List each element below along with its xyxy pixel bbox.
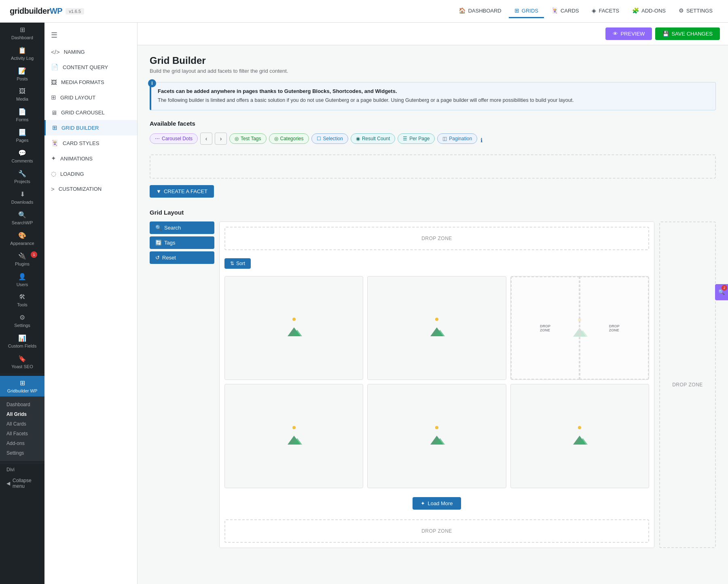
save-changes-button[interactable]: 💾 SAVE CHANGES (655, 27, 720, 40)
naming-icon: </> (51, 48, 60, 55)
nav-item-facets[interactable]: ◈ FACETS (586, 4, 625, 18)
facets-prev-btn[interactable]: ‹ (200, 133, 212, 145)
grid-dropzone-top[interactable]: DROP ZONE (224, 227, 649, 250)
nav-item-addons[interactable]: 🧩 ADD-ONS (626, 4, 671, 18)
facet-chip-categories[interactable]: ◎ Categories (269, 133, 309, 144)
load-more-icon: ✦ (421, 500, 425, 506)
card-left-dropzone[interactable]: DROPZONE (511, 276, 580, 380)
nav-item-cards[interactable]: 🃏 CARDS (546, 4, 585, 18)
facet-chip-result-count[interactable]: ◉ Result Count (351, 133, 395, 144)
sidebar-item-settings[interactable]: ⚙ Settings (0, 310, 44, 331)
searchwp-icon: 🔍 (18, 211, 26, 219)
sidebar-item-dashboard[interactable]: ⊞ Dashboard (0, 23, 44, 43)
info-icon: i (148, 79, 156, 87)
grid-dropzone-bottom[interactable]: DROP ZONE (224, 519, 649, 543)
card-right-dropzone[interactable]: DROPZONE (580, 276, 649, 380)
sidebar-item-downloads[interactable]: ⬇ Downloads (0, 187, 44, 208)
reset-btn-icon: ↺ (155, 255, 160, 261)
lp-grid-layout[interactable]: ⊞ GRID LAYOUT (44, 90, 137, 105)
facets-info-btn[interactable]: ℹ (480, 137, 483, 143)
custom-fields-icon: 📊 (18, 334, 26, 342)
sidebar-item-users[interactable]: 👤 Users (0, 270, 44, 290)
grid-sidebar-search-btn[interactable]: 🔍 Search (150, 221, 214, 234)
sidebar-sub-gb-dashboard[interactable]: Dashboard (0, 400, 44, 409)
sidebar-item-activity-log[interactable]: 📋 Activity Log (0, 43, 44, 64)
panel-toggle-btn[interactable]: ☰ (49, 29, 59, 41)
available-facets-label: Available facets (150, 120, 716, 127)
sidebar-item-tools[interactable]: 🛠 Tools (0, 290, 44, 310)
sidebar-item-searchwp[interactable]: 🔍 SearchWP (0, 208, 44, 228)
sidebar-item-forms[interactable]: 📄 Forms (0, 105, 44, 125)
sidebar-item-custom-fields[interactable]: 📊 Custom Fields (0, 331, 44, 352)
sidebar-sub-all-grids[interactable]: All Grids (0, 409, 44, 419)
sidebar-sub-menu: Dashboard All Grids All Cards All Facets… (0, 396, 44, 461)
plugins-icon: 🔌 (18, 252, 26, 260)
nav-item-settings[interactable]: ⚙ SETTINGS (673, 4, 718, 18)
collapse-menu-btn[interactable]: ◀ Collapse menu (0, 474, 44, 492)
dashboard-icon: ⊞ (20, 26, 25, 34)
save-icon: 💾 (662, 31, 669, 37)
facets-next-btn[interactable]: › (215, 133, 227, 145)
sidebar-item-gridbuilder[interactable]: ⊞ Gridbuilder WP (0, 376, 44, 396)
facets-dropzone[interactable] (150, 154, 716, 179)
plugin-logo: gridbuilderWP v1.6.5 (10, 6, 84, 16)
sidebar-item-appearance[interactable]: 🎨 Appearance (0, 228, 44, 249)
grid-card-6 (510, 384, 649, 488)
facet-chip-carousel-dots[interactable]: ⋯ Carousel Dots (150, 133, 198, 144)
sidebar-sub-gb-settings[interactable]: Settings (0, 448, 44, 458)
lp-grid-builder[interactable]: ⊞ GRID BUILDER (44, 120, 137, 135)
create-facet-button[interactable]: ▼ CREATE A FACET (150, 185, 214, 198)
sidebar-item-pages[interactable]: 📃 Pages (0, 125, 44, 146)
grid-card-5 (367, 384, 506, 488)
grid-center: DROP ZONE ⇅ Sort (219, 221, 654, 548)
comments-icon: 💬 (18, 149, 26, 157)
sort-button[interactable]: ⇅ Sort (224, 258, 251, 269)
facet-chip-pagination[interactable]: ◫ Pagination (437, 133, 477, 144)
lp-loading[interactable]: ◌ LOADING (44, 166, 137, 181)
nav-item-grids[interactable]: ⊞ GRIDS (509, 4, 544, 18)
lp-grid-carousel[interactable]: 🖥 GRID CAROUSEL (44, 105, 137, 120)
preview-icon: 👁 (613, 31, 618, 37)
grid-sidebar-reset-btn[interactable]: ↺ Reset (150, 251, 214, 264)
lp-naming[interactable]: </> NAMING (44, 44, 137, 59)
lp-content-query[interactable]: 📄 CONTENT QUERY (44, 59, 137, 75)
card-image-2 (427, 318, 447, 338)
lp-media-formats[interactable]: 🖼 MEDIA FORMATS (44, 75, 137, 90)
dashboard-nav-icon: 🏠 (459, 7, 466, 14)
sort-icon: ⇅ (230, 261, 234, 266)
sidebar-item-projects[interactable]: 🔧 Projects (0, 167, 44, 187)
media-icon: 🖼 (19, 88, 25, 95)
lp-animations[interactable]: ✦ ANIMATIONS (44, 151, 137, 166)
nav-item-dashboard[interactable]: 🏠 DASHBOARD (453, 4, 507, 18)
sidebar-sub-all-cards[interactable]: All Cards (0, 419, 44, 429)
card-image-5 (427, 426, 447, 446)
grid-card-3: DROPZONE DROPZONE (510, 276, 649, 380)
settings-icon: ⚙ (19, 314, 25, 321)
load-more-button[interactable]: ✦ Load More (413, 497, 461, 510)
sidebar-sub-addons[interactable]: Add-ons (0, 439, 44, 448)
right-float-badge: 2 (722, 285, 727, 291)
grid-builder-icon: ⊞ (52, 124, 57, 131)
right-float-search-btn[interactable]: 🔍 2 (715, 284, 728, 300)
grid-dropzone-right[interactable]: DROP ZONE (659, 221, 716, 548)
facet-chip-test-tags[interactable]: ◎ Test Tags (229, 133, 266, 144)
preview-button[interactable]: 👁 PREVIEW (605, 27, 652, 40)
sidebar-item-media[interactable]: 🖼 Media (0, 84, 44, 105)
posts-icon: 📝 (18, 67, 26, 75)
sidebar-sub-all-facets[interactable]: All Facets (0, 429, 44, 439)
info-box: i Facets can be added anywhere in pages … (150, 82, 716, 110)
facet-chip-per-page[interactable]: ☰ Per Page (398, 133, 435, 144)
lp-customization[interactable]: > CUSTOMIZATION (44, 181, 137, 196)
forms-icon: 📄 (18, 108, 26, 116)
sidebar-item-yoast[interactable]: 🔖 Yoast SEO (0, 352, 44, 372)
sidebar-item-posts[interactable]: 📝 Posts (0, 64, 44, 84)
grid-sidebar-tags-btn[interactable]: 🔄 Tags (150, 236, 214, 249)
lp-card-styles[interactable]: 🃏 CARD STYLES (44, 135, 137, 151)
users-icon: 👤 (18, 273, 26, 280)
sidebar-item-plugins[interactable]: 🔌 Plugins 1 (0, 249, 44, 270)
facets-row: ⋯ Carousel Dots ‹ › ◎ Test Tags ◎ Catego… (150, 133, 477, 145)
sidebar-divi[interactable]: Divi (0, 465, 44, 474)
plugin-topnav: gridbuilderWP v1.6.5 🏠 DASHBOARD ⊞ GRIDS… (0, 0, 728, 23)
facet-chip-selection[interactable]: ☐ Selection (311, 133, 348, 144)
sidebar-item-comments[interactable]: 💬 Comments (0, 146, 44, 167)
